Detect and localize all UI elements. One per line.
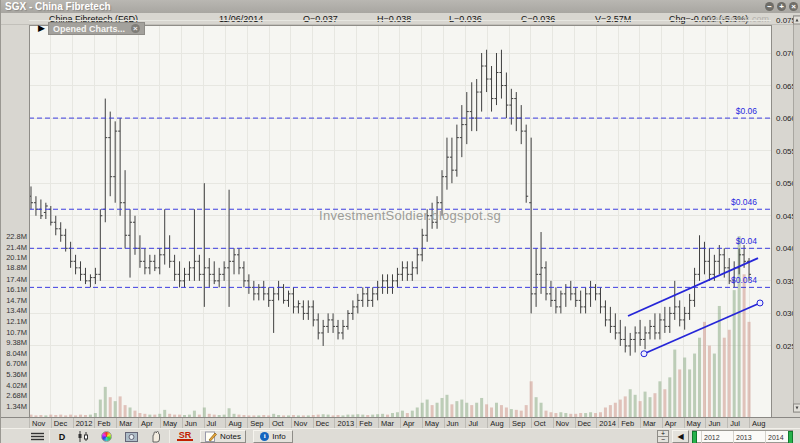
zoom-out-button[interactable]: − xyxy=(657,436,669,443)
month-label: Sep xyxy=(512,419,525,428)
month-label: Feb xyxy=(359,419,372,428)
slider-year-label: 2014 xyxy=(768,434,784,441)
maximize-icon[interactable]: + xyxy=(777,2,786,11)
svg-text:10.7M: 10.7M xyxy=(6,328,27,337)
month-label: Dec xyxy=(578,419,591,428)
svg-text:2.68M: 2.68M xyxy=(6,391,27,400)
svg-text:22.8M: 22.8M xyxy=(6,232,27,241)
month-label: Oct xyxy=(272,419,284,428)
bottom-toolbar: D SR Notes xyxy=(1,428,800,443)
window-controls: − + × xyxy=(765,2,798,11)
quote-open: O=0.037 xyxy=(303,14,338,24)
month-label: Jul xyxy=(730,419,740,428)
slider-left-handle[interactable] xyxy=(692,431,697,443)
support-resistance-button[interactable]: SR xyxy=(177,430,193,441)
candlestick-icon xyxy=(77,431,90,442)
svg-text:8.04M: 8.04M xyxy=(6,349,27,358)
quote-date: 11/06/2014 xyxy=(219,14,263,24)
hand-icon xyxy=(150,431,162,443)
month-axis: NovDec2012FebMarAprMayJunJulAugSepOctNov… xyxy=(1,417,800,428)
window-titlebar[interactable]: SGX - China Fibretech − + × xyxy=(1,0,800,13)
svg-text:6.70M: 6.70M xyxy=(6,359,27,368)
opened-charts-label: Opened Charts... xyxy=(53,23,125,35)
month-label: Jul xyxy=(468,419,478,428)
sr-price-label: $0.034 xyxy=(731,275,757,285)
svg-text:9.38M: 9.38M xyxy=(6,338,27,347)
quote-high: H=0.038 xyxy=(377,14,411,24)
pan-button[interactable] xyxy=(148,430,164,443)
notes-pencil-icon xyxy=(205,431,217,442)
month-label: Feb xyxy=(621,419,634,428)
volume-axis-labels: 22.8M21.4M20.1M18.8M17.4M16.1M14.7M13.4M… xyxy=(6,232,27,411)
snapshot-button[interactable] xyxy=(123,430,139,443)
brand-label: ChartNexus.com xyxy=(702,14,769,24)
month-label: Jun xyxy=(447,419,459,428)
scroll-left-button[interactable]: ◀ xyxy=(672,430,689,443)
month-label: Aug xyxy=(490,419,503,428)
window-title: SGX - China Fibretech xyxy=(5,1,111,12)
slider-right-handle[interactable] xyxy=(788,431,793,443)
play-icon[interactable]: ▶ xyxy=(38,22,45,35)
info-label: Info xyxy=(272,432,285,441)
toolbar-separator xyxy=(49,430,50,443)
month-label: Nov xyxy=(32,419,45,428)
month-label: Dec xyxy=(54,419,67,428)
month-label: Apr xyxy=(141,419,153,428)
opened-charts-bar[interactable]: Opened Charts... × xyxy=(48,22,145,35)
slider-year-divider xyxy=(701,431,702,443)
month-label: May xyxy=(425,419,439,428)
close-icon[interactable]: × xyxy=(789,2,798,11)
month-label: Apr xyxy=(665,419,677,428)
month-label: Mar xyxy=(381,419,394,428)
svg-text:21.4M: 21.4M xyxy=(6,243,27,252)
daily-timeframe-button[interactable]: D xyxy=(56,430,68,443)
panel-close-icon[interactable]: × xyxy=(131,24,140,33)
watermark: InvestmentSoldier.blogspot.sg xyxy=(319,208,501,223)
month-label: 2014 xyxy=(599,419,616,428)
hamburger-icon xyxy=(31,432,44,442)
svg-text:12.1M: 12.1M xyxy=(6,317,27,326)
month-label: Mar xyxy=(643,419,656,428)
sr-price-label: $0.046 xyxy=(731,197,757,207)
timeline-slider[interactable]: 201220132014 xyxy=(692,430,793,443)
sr-price-label: $0.06 xyxy=(736,106,758,116)
slider-year-divider xyxy=(765,431,766,443)
svg-text:14.7M: 14.7M xyxy=(6,296,27,305)
colors-button[interactable] xyxy=(99,430,113,443)
trendline-handle[interactable] xyxy=(757,300,763,306)
month-label: Nov xyxy=(294,419,307,428)
info-button[interactable]: i Info xyxy=(253,430,293,443)
month-label: Feb xyxy=(97,419,110,428)
svg-text:13.4M: 13.4M xyxy=(6,306,27,315)
opened-charts-panel[interactable]: ▶ Opened Charts... × xyxy=(38,22,145,35)
trendline-handle[interactable] xyxy=(641,351,647,357)
month-label: May xyxy=(687,419,701,428)
chartnexus-window: SGX - China Fibretech − + × China Fibret… xyxy=(0,0,800,443)
notes-label: Notes xyxy=(220,432,241,441)
notes-button[interactable]: Notes xyxy=(200,430,246,443)
svg-text:1.34M: 1.34M xyxy=(6,402,27,411)
svg-text:5.36M: 5.36M xyxy=(6,370,27,379)
svg-text:16.1M: 16.1M xyxy=(6,285,27,294)
svg-text:17.4M: 17.4M xyxy=(6,275,27,284)
month-label: Sep xyxy=(250,419,263,428)
slider-year-label: 2012 xyxy=(704,434,720,441)
month-label: Dec xyxy=(316,419,329,428)
svg-text:18.8M: 18.8M xyxy=(6,263,27,272)
month-label: Aug xyxy=(752,419,765,428)
menu-icon[interactable] xyxy=(29,430,45,443)
month-label: May xyxy=(163,419,177,428)
month-label: Mar xyxy=(119,419,132,428)
info-icon: i xyxy=(260,432,269,441)
price-axis-scrollbar[interactable] xyxy=(794,16,800,412)
month-label: Aug xyxy=(228,419,241,428)
sr-price-label: $0.04 xyxy=(736,236,758,246)
month-label: Jun xyxy=(708,419,720,428)
chart-style-icon[interactable] xyxy=(75,430,91,443)
month-label: Jun xyxy=(185,419,197,428)
month-label: Nov xyxy=(556,419,569,428)
minimize-icon[interactable]: − xyxy=(765,2,774,11)
month-label: Oct xyxy=(534,419,546,428)
chart-region: $0.06$0.046$0.04$0.03422.8M21.4M20.1M18.… xyxy=(1,25,800,417)
month-label: 2012 xyxy=(76,419,93,428)
